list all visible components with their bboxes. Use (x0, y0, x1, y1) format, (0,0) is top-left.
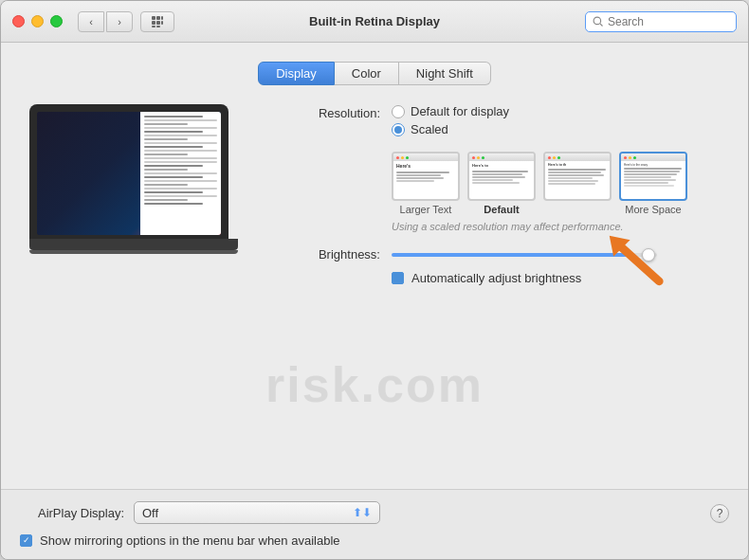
laptop-preview (29, 104, 238, 254)
tab-nightshift[interactable]: Night Shift (399, 62, 491, 85)
svg-line-9 (600, 23, 603, 26)
radio-scaled[interactable] (392, 123, 405, 136)
svg-rect-1 (156, 16, 160, 20)
minimize-button[interactable] (31, 15, 44, 27)
window-title: Built-in Retina Display (309, 14, 440, 28)
scale-thumb-2: Here's to th (543, 152, 612, 201)
select-arrow-icon: ⬆⬇ (353, 506, 372, 519)
radio-default[interactable] (392, 105, 405, 118)
mirror-label: Show mirroring options in the menu bar w… (40, 533, 340, 548)
nav-buttons: ‹ › (78, 11, 133, 32)
resolution-default-option[interactable]: Default for display (392, 104, 509, 118)
tab-color[interactable]: Color (335, 62, 399, 85)
resolution-scaled-option[interactable]: Scaled (392, 122, 509, 136)
perf-warning: Using a scaled resolution may affect per… (392, 221, 720, 232)
airplay-value: Off (142, 506, 158, 520)
grid-button[interactable] (140, 11, 174, 32)
scale-label-0: Larger Text (400, 204, 452, 215)
search-box[interactable] (585, 11, 737, 32)
watermark: risk.com (265, 356, 484, 413)
svg-rect-6 (152, 26, 155, 27)
scale-default[interactable]: Here's to Default (467, 152, 536, 215)
tab-display[interactable]: Display (258, 62, 335, 85)
search-input[interactable] (608, 15, 729, 28)
resolution-scaled-label: Scaled (411, 122, 448, 136)
content: risk.com Display Color Night Shift (1, 43, 748, 489)
traffic-lights (12, 15, 63, 27)
maximize-button[interactable] (50, 15, 63, 27)
auto-brightness-label: Automatically adjust brightness (411, 271, 581, 285)
brightness-label: Brightness: (266, 247, 380, 262)
auto-brightness-checkbox[interactable] (392, 272, 404, 284)
svg-rect-3 (152, 21, 155, 25)
scale-more-space-1[interactable]: Here's to th (543, 152, 612, 215)
scale-thumb-3: Here's to the crazy (619, 152, 687, 201)
orange-arrow-icon (601, 227, 667, 294)
airplay-label: AirPlay Display: (20, 506, 124, 520)
forward-button[interactable]: › (106, 11, 133, 32)
window: ‹ › Built-in Retina Display (0, 0, 749, 560)
titlebar: ‹ › Built-in Retina Display (1, 1, 748, 43)
svg-rect-4 (156, 21, 160, 25)
auto-brightness-row: Automatically adjust brightness (392, 271, 720, 285)
help-button[interactable]: ? (710, 504, 729, 523)
scale-label-3: More Space (625, 204, 681, 215)
resolution-options: Default for display Scaled (392, 104, 509, 136)
resolution-label: Resolution: (266, 104, 380, 120)
scale-larger-text[interactable]: Here's Larger Text (392, 152, 460, 215)
mirror-row: ✓ Show mirroring options in the menu bar… (20, 533, 729, 548)
airplay-select[interactable]: Off ⬆⬇ (134, 501, 380, 524)
svg-point-8 (594, 17, 601, 25)
scale-options-row: Here's Larger Text (392, 152, 720, 215)
close-button[interactable] (12, 15, 25, 27)
resolution-default-label: Default for display (411, 104, 509, 118)
mirror-checkbox[interactable]: ✓ (20, 534, 32, 547)
back-button[interactable]: ‹ (78, 11, 104, 32)
airplay-row: AirPlay Display: Off ⬆⬇ ? (20, 501, 729, 524)
svg-rect-7 (156, 26, 160, 27)
bottom-bar: AirPlay Display: Off ⬆⬇ ? ✓ Show mirrori… (1, 489, 748, 559)
tab-bar: Display Color Night Shift (29, 62, 720, 85)
svg-rect-5 (161, 21, 163, 25)
scale-label-1: Default (484, 204, 519, 215)
search-icon (593, 16, 604, 27)
scale-thumb-1: Here's to (467, 152, 536, 201)
scale-more-space-2[interactable]: Here's to the crazy More Space (619, 152, 687, 215)
checkmark-icon: ✓ (23, 536, 30, 545)
svg-rect-2 (161, 16, 163, 20)
resolution-row: Resolution: Default for display Scaled (266, 104, 720, 136)
svg-rect-0 (152, 16, 155, 20)
scale-thumb-0: Here's (392, 152, 460, 201)
arrow-indicator (601, 227, 667, 297)
